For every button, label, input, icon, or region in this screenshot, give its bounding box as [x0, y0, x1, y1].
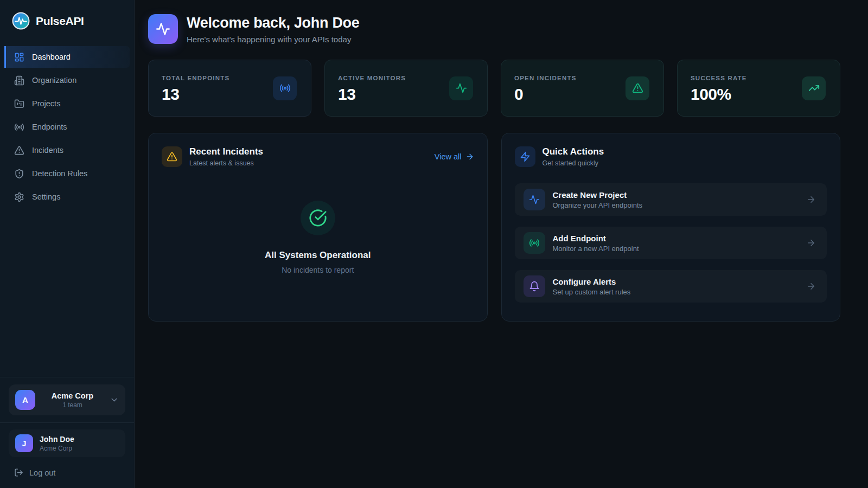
sidebar-item-detection-rules[interactable]: Detection Rules — [4, 163, 130, 184]
arrow-right-icon — [806, 281, 816, 291]
action-title: Add Endpoint — [553, 234, 639, 243]
brand: PulseAPI — [0, 0, 134, 44]
quick-actions-list: Create New Project Organize your API end… — [515, 183, 827, 303]
quick-actions-panel: Quick Actions Get started quickly Create… — [501, 133, 841, 322]
building-icon — [14, 75, 24, 86]
activity-icon — [524, 189, 545, 210]
user-profile[interactable]: J John Doe Acme Corp — [9, 429, 125, 457]
sidebar-item-label: Settings — [32, 192, 60, 201]
sidebar-item-label: Detection Rules — [32, 169, 87, 178]
team-meta: 1 team — [35, 401, 110, 409]
sidebar-item-endpoints[interactable]: Endpoints — [4, 116, 130, 138]
layout-dashboard-icon — [14, 52, 24, 62]
radio-icon — [524, 232, 545, 254]
stat-card-open-incidents: OPEN INCIDENTS 0 — [501, 60, 664, 117]
alert-triangle-icon — [626, 76, 649, 100]
team-section: A Acme Corp 1 team — [0, 377, 134, 422]
panel-subtitle: Latest alerts & issues — [189, 159, 263, 167]
shield-alert-icon — [14, 169, 24, 179]
sidebar: PulseAPI Dashboard Organization Projects… — [0, 0, 135, 488]
team-name: Acme Corp — [35, 391, 110, 400]
sidebar-item-label: Projects — [32, 99, 60, 108]
zap-icon — [515, 146, 535, 167]
sidebar-item-settings[interactable]: Settings — [4, 186, 130, 208]
main-content: Welcome back, John Doe Here's what's hap… — [135, 0, 868, 488]
sidebar-item-organization[interactable]: Organization — [4, 69, 130, 91]
empty-state-title: All Systems Operational — [265, 250, 371, 261]
action-title: Create New Project — [553, 190, 643, 200]
sidebar-item-dashboard[interactable]: Dashboard — [4, 46, 130, 68]
activity-icon — [449, 76, 473, 100]
panel-subtitle: Get started quickly — [542, 159, 604, 167]
pulseapi-logo-icon — [12, 12, 30, 30]
check-circle-icon — [301, 201, 335, 235]
action-configure-alerts[interactable]: Configure Alerts Set up custom alert rul… — [515, 270, 827, 303]
sidebar-item-label: Organization — [32, 76, 76, 85]
team-switcher[interactable]: A Acme Corp 1 team — [9, 384, 125, 415]
sidebar-item-label: Dashboard — [32, 53, 71, 61]
logout-label: Log out — [29, 468, 55, 477]
alert-triangle-icon — [162, 146, 182, 167]
stats-row: TOTAL ENDPOINTS 13 ACTIVE MONITORS 13 OP… — [148, 60, 840, 117]
view-all-link[interactable]: View all — [435, 152, 474, 161]
sidebar-item-label: Incidents — [32, 146, 63, 155]
panel-title: Quick Actions — [542, 146, 604, 157]
user-name: John Doe — [40, 435, 74, 444]
stat-card-success-rate: SUCCESS RATE 100% — [677, 60, 840, 117]
panels-row: Recent Incidents Latest alerts & issues … — [148, 133, 840, 322]
alert-triangle-icon — [14, 145, 24, 156]
recent-incidents-panel: Recent Incidents Latest alerts & issues … — [148, 133, 488, 322]
arrow-right-icon — [806, 195, 816, 204]
user-section: J John Doe Acme Corp — [0, 422, 134, 461]
sidebar-item-projects[interactable]: Projects — [4, 93, 130, 114]
empty-state-subtitle: No incidents to report — [282, 266, 354, 274]
activity-icon — [148, 14, 178, 44]
action-subtitle: Monitor a new API endpoint — [553, 245, 639, 253]
gear-icon — [14, 192, 24, 202]
trending-up-icon — [802, 76, 826, 100]
chevron-down-icon — [110, 395, 119, 404]
action-create-new-project[interactable]: Create New Project Organize your API end… — [515, 183, 827, 216]
sidebar-item-label: Endpoints — [32, 123, 67, 131]
sidebar-nav: Dashboard Organization Projects Endpoint… — [0, 44, 134, 209]
stat-card-active-monitors: ACTIVE MONITORS 13 — [324, 60, 488, 117]
sidebar-bottom: A Acme Corp 1 team J John Doe Acme Corp — [0, 377, 134, 488]
sidebar-item-incidents[interactable]: Incidents — [4, 139, 130, 161]
action-subtitle: Set up custom alert rules — [553, 288, 631, 296]
arrow-right-icon — [465, 152, 474, 161]
user-meta: Acme Corp — [40, 445, 74, 452]
page-subtitle: Here's what's happening with your APIs t… — [187, 35, 360, 44]
logout-icon — [14, 468, 23, 477]
bell-icon — [524, 275, 545, 297]
arrow-right-icon — [806, 238, 816, 248]
page-header: Welcome back, John Doe Here's what's hap… — [148, 14, 840, 44]
user-avatar: J — [15, 434, 33, 452]
brand-name: PulseAPI — [36, 15, 84, 28]
stat-card-total-endpoints: TOTAL ENDPOINTS 13 — [148, 60, 311, 117]
radio-icon — [273, 76, 297, 100]
action-subtitle: Organize your API endpoints — [553, 201, 643, 209]
team-avatar: A — [15, 390, 35, 410]
panel-title: Recent Incidents — [189, 146, 263, 157]
page-title: Welcome back, John Doe — [187, 15, 360, 31]
folder-icon — [14, 99, 24, 109]
action-title: Configure Alerts — [553, 277, 631, 286]
action-add-endpoint[interactable]: Add Endpoint Monitor a new API endpoint — [515, 227, 827, 259]
logout-button[interactable]: Log out — [0, 461, 134, 488]
incidents-empty-state: All Systems Operational No incidents to … — [162, 167, 474, 308]
radio-icon — [14, 122, 24, 132]
